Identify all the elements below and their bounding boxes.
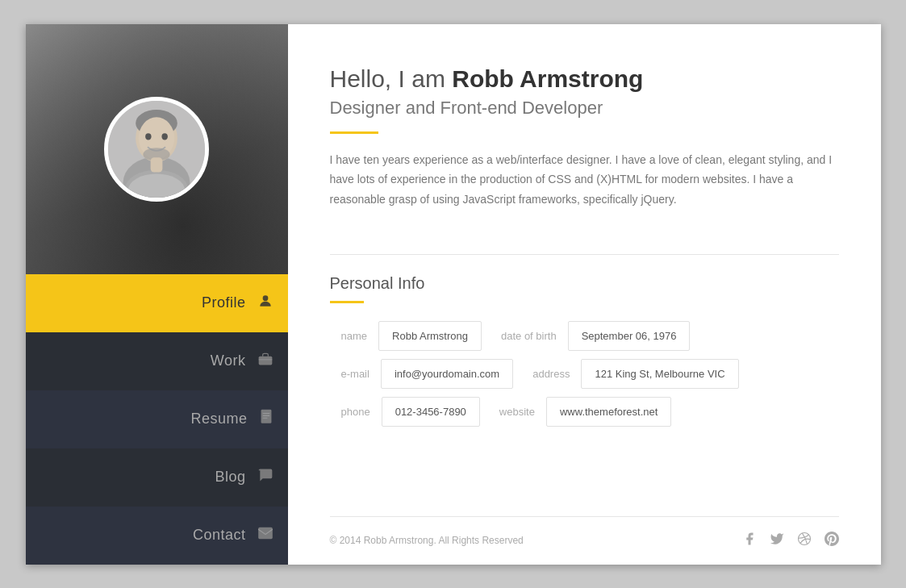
info-cell-address: address 121 King St, Melbourne VIC [521, 359, 738, 389]
blog-icon [257, 467, 273, 487]
info-cell-name: name Robb Armstrong [330, 321, 482, 351]
phone-label: phone [330, 398, 382, 426]
sidebar-item-contact[interactable]: Contact [26, 507, 288, 565]
sidebar-photo [26, 24, 288, 274]
sidebar-item-label: Contact [193, 527, 246, 544]
subtitle: Designer and Front-end Developer [330, 98, 839, 119]
sidebar-item-work[interactable]: Work [26, 332, 288, 390]
sidebar-item-label: Blog [215, 469, 245, 486]
info-row-3: phone 012-3456-7890 website www.themefor… [330, 397, 839, 427]
contact-icon [257, 527, 273, 544]
section-accent-bar [330, 301, 364, 303]
info-cell-website: website www.themeforest.net [488, 397, 671, 427]
work-icon [257, 351, 273, 371]
phone-value: 012-3456-7890 [382, 397, 480, 427]
email-label: e-mail [330, 360, 381, 388]
hero-section: Hello, I am Robb Armstrong Designer and … [330, 63, 839, 210]
sidebar: Profile Work Resume [26, 24, 288, 565]
info-cell-dob: date of birth September 06, 1976 [490, 321, 690, 351]
svg-rect-17 [262, 418, 267, 419]
footer: © 2014 Robb Armstrong. All Rights Reserv… [330, 516, 839, 565]
svg-rect-15 [262, 413, 269, 414]
website-label: website [488, 398, 546, 426]
info-cell-email: e-mail info@yourdomain.com [330, 359, 514, 389]
accent-bar [330, 131, 378, 134]
name-value: Robb Armstrong [378, 321, 482, 351]
svg-rect-12 [258, 357, 272, 365]
profile-icon [257, 293, 273, 313]
svg-rect-14 [261, 410, 271, 423]
personal-info-section: Personal Info name Robb Armstrong date o… [330, 274, 839, 427]
section-title: Personal Info [330, 274, 839, 293]
svg-rect-16 [262, 415, 269, 416]
hero-name: Robb Armstrong [452, 65, 643, 92]
info-grid: name Robb Armstrong date of birth Septem… [330, 321, 839, 427]
sidebar-item-label: Resume [190, 411, 247, 427]
pinterest-icon[interactable] [825, 532, 839, 550]
main-content: Hello, I am Robb Armstrong Designer and … [288, 24, 881, 565]
name-label: name [330, 322, 379, 350]
svg-rect-18 [258, 528, 273, 539]
dribbble-icon[interactable] [797, 532, 812, 550]
dob-value: September 06, 1976 [568, 321, 691, 351]
svg-point-5 [145, 133, 151, 140]
info-row-1: name Robb Armstrong date of birth Septem… [330, 321, 839, 351]
bio-text: I have ten years experience as a web/int… [330, 150, 839, 210]
info-row-2: e-mail info@yourdomain.com address 121 K… [330, 359, 839, 389]
sidebar-item-profile[interactable]: Profile [26, 274, 288, 332]
svg-rect-10 [151, 157, 163, 172]
avatar [104, 97, 209, 202]
info-cell-phone: phone 012-3456-7890 [330, 397, 480, 427]
resume-icon [259, 409, 273, 429]
hello-text: Hello, I am Robb Armstrong [330, 63, 839, 94]
address-label: address [521, 360, 581, 388]
sidebar-item-label: Work [211, 352, 246, 369]
copyright-text: © 2014 Robb Armstrong. All Rights Reserv… [330, 535, 524, 546]
section-divider [330, 254, 839, 255]
sidebar-item-label: Profile [202, 294, 246, 311]
sidebar-item-resume[interactable]: Resume [26, 390, 288, 448]
social-icons [742, 532, 839, 550]
dob-label: date of birth [490, 322, 568, 350]
facebook-icon[interactable] [742, 532, 757, 550]
email-value: info@yourdomain.com [381, 359, 513, 389]
sidebar-item-blog[interactable]: Blog [26, 448, 288, 507]
app-container: Profile Work Resume [26, 24, 881, 565]
website-value: www.themeforest.net [546, 397, 671, 427]
svg-point-11 [262, 295, 268, 301]
address-value: 121 King St, Melbourne VIC [581, 359, 738, 389]
svg-point-6 [161, 133, 167, 140]
avatar-image [108, 101, 205, 198]
twitter-icon[interactable] [770, 532, 784, 550]
greeting-text: Hello, I am [330, 65, 453, 92]
